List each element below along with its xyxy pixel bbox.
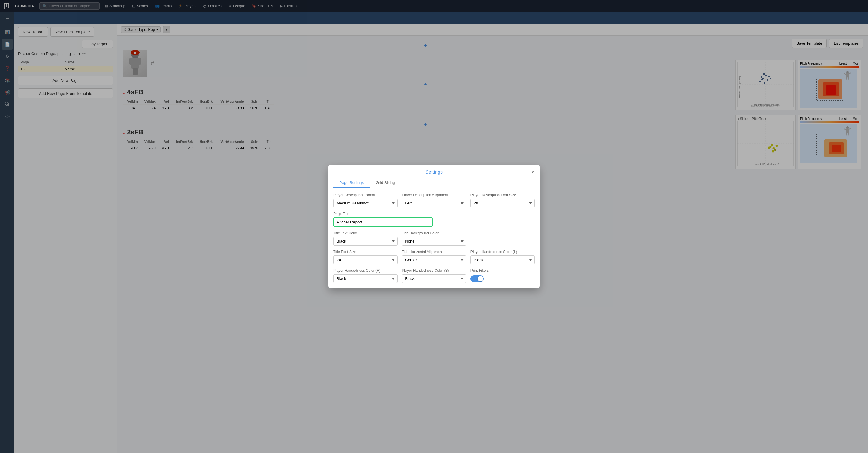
form-grid: Player Description Format Medium Headsho… — [333, 193, 434, 227]
page-title-input[interactable] — [333, 218, 433, 227]
player-desc-format-label: Player Description Format — [333, 193, 398, 197]
page-title-group: Page Title — [333, 212, 434, 227]
tab-page-settings[interactable]: Page Settings — [333, 178, 370, 188]
player-desc-alignment-select[interactable]: Left Center Right — [402, 199, 434, 207]
player-desc-format-group: Player Description Format Medium Headsho… — [333, 193, 398, 207]
settings-modal: Settings × Page Settings Grid Sizing Pla… — [329, 165, 434, 227]
modal-body: Player Description Format Medium Headsho… — [329, 188, 434, 227]
tab-grid-sizing[interactable]: Grid Sizing — [370, 178, 401, 188]
page-title-label: Page Title — [333, 212, 434, 216]
player-desc-alignment-group: Player Description Alignment Left Center… — [402, 193, 434, 207]
player-desc-alignment-label: Player Description Alignment — [402, 193, 434, 197]
modal-header: Settings × Page Settings Grid Sizing — [329, 165, 434, 188]
modal-tabs: Page Settings Grid Sizing — [333, 178, 434, 188]
modal-overlay[interactable]: Settings × Page Settings Grid Sizing Pla… — [0, 0, 434, 227]
modal-title: Settings — [333, 169, 434, 175]
player-desc-format-select[interactable]: Medium Headshot Small Headshot Large Hea… — [333, 199, 398, 207]
